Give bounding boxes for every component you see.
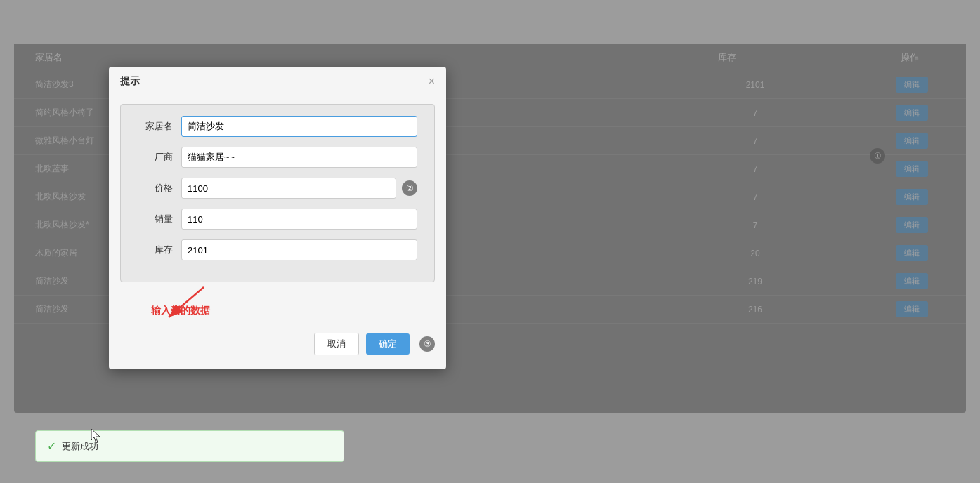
name-label: 家居名	[138, 120, 173, 133]
dialog-form: 家居名 厂商 价格 ② 销量 库存	[120, 104, 435, 282]
confirm-button[interactable]: 确定	[366, 333, 410, 355]
annotation-area: 输入新的数据	[109, 291, 446, 333]
vendor-input[interactable]	[181, 147, 417, 168]
form-row-sales: 销量	[138, 209, 417, 230]
price-input[interactable]	[181, 178, 396, 199]
form-row-price: 价格 ②	[138, 178, 417, 199]
name-input[interactable]	[181, 116, 417, 137]
vendor-label: 厂商	[138, 151, 173, 164]
sales-label: 销量	[138, 213, 173, 225]
step3-indicator: ③	[419, 336, 435, 352]
step2-indicator: ②	[402, 180, 417, 196]
form-row-stock: 库存	[138, 239, 417, 260]
stock-input[interactable]	[181, 239, 417, 260]
dialog-close-button[interactable]: ×	[429, 75, 435, 88]
form-row-vendor: 厂商	[138, 147, 417, 168]
success-toast: ✓ 更新成功	[35, 430, 344, 462]
sales-input[interactable]	[181, 209, 417, 230]
cursor	[91, 429, 104, 444]
svg-marker-2	[91, 429, 100, 443]
stock-label: 库存	[138, 244, 173, 256]
success-icon: ✓	[47, 439, 56, 453]
dialog-header: 提示 ×	[109, 67, 446, 95]
edit-dialog: 提示 × 家居名 厂商 价格 ② 销量 库存	[109, 67, 446, 369]
cancel-button[interactable]: 取消	[314, 333, 359, 355]
annotation-text: 输入新的数据	[151, 305, 210, 317]
form-row-name: 家居名	[138, 116, 417, 137]
dialog-title: 提示	[120, 75, 140, 88]
price-label: 价格	[138, 182, 173, 194]
dialog-footer: 取消 确定 ③	[109, 333, 446, 355]
